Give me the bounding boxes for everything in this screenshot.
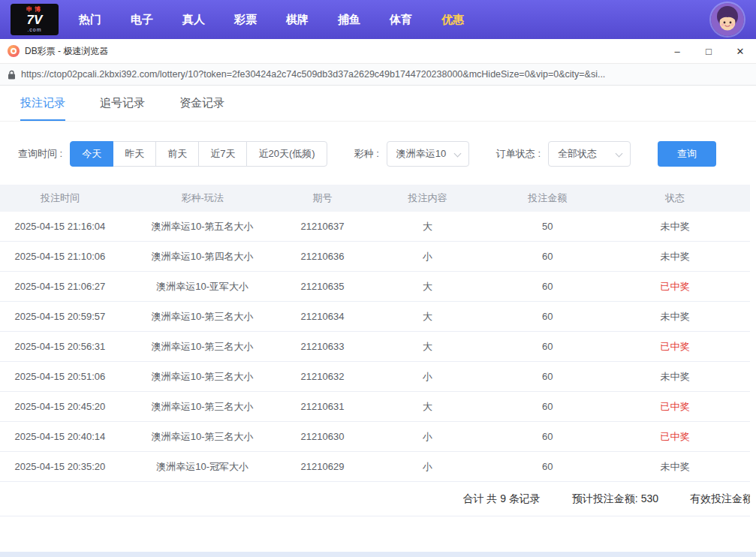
col-header-amount: 投注金额 xyxy=(495,191,600,205)
table-row: 2025-04-15 20:35:20 澳洲幸运10-冠军大小 21210629… xyxy=(0,452,750,482)
browser-urlbar: https://ctop02pcali.2kbxi392.com/lottery… xyxy=(0,64,756,86)
nav-item[interactable]: 电子 xyxy=(131,13,153,27)
cell-bet-amount: 50 xyxy=(495,221,600,232)
cell-issue-number: 21210634 xyxy=(285,311,360,322)
summary-row: 合计 共 9 条记录 预计投注金额: 530 有效投注金额 xyxy=(0,482,750,516)
cell-bet-content: 大 xyxy=(360,280,495,294)
nav-item[interactable]: 棋牌 xyxy=(286,13,309,27)
time-option-button[interactable]: 今天 xyxy=(70,141,113,167)
cell-game-playtype: 澳洲幸运10-第三名大小 xyxy=(120,370,285,384)
main-nav: 热门电子真人彩票棋牌捕鱼体育优惠 xyxy=(79,13,464,27)
time-range-group: 今天昨天前天近7天近20天(低频) xyxy=(70,141,327,167)
cell-bet-time: 2025-04-15 21:16:04 xyxy=(0,221,120,232)
cell-bet-content: 小 xyxy=(360,370,495,384)
time-option-button[interactable]: 近20天(低频) xyxy=(246,141,327,167)
cell-issue-number: 21210629 xyxy=(285,461,360,472)
cell-issue-number: 21210630 xyxy=(285,431,360,442)
cell-bet-amount: 60 xyxy=(495,461,600,472)
cell-bet-content: 小 xyxy=(360,430,495,444)
tab-bet-records[interactable]: 投注记录 xyxy=(20,86,65,121)
cell-game-playtype: 澳洲幸运10-第三名大小 xyxy=(120,400,285,414)
nav-item[interactable]: 真人 xyxy=(182,13,205,27)
cell-status: 未中奖 xyxy=(600,370,750,384)
cell-game-playtype: 澳洲幸运10-第五名大小 xyxy=(120,220,285,233)
cell-game-playtype: 澳洲幸运10-第三名大小 xyxy=(120,310,285,324)
maximize-button[interactable]: □ xyxy=(693,39,724,63)
cell-game-playtype: 澳洲幸运10-冠军大小 xyxy=(120,460,285,474)
cell-bet-time: 2025-04-15 21:06:27 xyxy=(0,281,120,292)
logo-brand-suffix: .com xyxy=(27,27,41,32)
cell-bet-time: 2025-04-15 21:10:06 xyxy=(0,251,120,262)
page-content: 投注记录 追号记录 资金记录 查询时间 : 今天昨天前天近7天近20天(低频) … xyxy=(0,86,756,552)
cell-bet-content: 小 xyxy=(360,250,495,263)
lock-icon[interactable] xyxy=(8,70,16,80)
cell-game-playtype: 澳洲幸运10-第四名大小 xyxy=(120,250,285,263)
lottery-filter-label: 彩种 : xyxy=(354,147,379,161)
bet-records-table: 投注时间 彩种-玩法 期号 投注内容 投注金额 状态 2025-04-15 21… xyxy=(0,185,750,516)
table-row: 2025-04-15 20:59:57 澳洲幸运10-第三名大小 2121063… xyxy=(0,302,750,332)
app-window: 申博 7V .com 热门电子真人彩票棋牌捕鱼体育优惠 DB彩票 - 极速浏览器… xyxy=(0,0,756,557)
table-row: 2025-04-15 21:16:04 澳洲幸运10-第五名大小 2121063… xyxy=(0,212,750,242)
cell-bet-content: 大 xyxy=(360,310,495,324)
browser-app-icon xyxy=(8,45,20,57)
table-row: 2025-04-15 21:06:27 澳洲幸运10-亚军大小 21210635… xyxy=(0,272,750,302)
cell-bet-content: 大 xyxy=(360,340,495,354)
cell-issue-number: 21210633 xyxy=(285,341,360,352)
close-button[interactable]: ✕ xyxy=(724,39,756,63)
lottery-select-value: 澳洲幸运10 xyxy=(396,147,446,161)
cell-bet-time: 2025-04-15 20:35:20 xyxy=(0,461,120,472)
cell-status: 已中奖 xyxy=(600,430,750,444)
site-top-nav: 申博 7V .com 热门电子真人彩票棋牌捕鱼体育优惠 xyxy=(0,0,756,39)
cell-status: 未中奖 xyxy=(600,310,750,324)
time-option-button[interactable]: 前天 xyxy=(155,141,199,167)
time-option-button[interactable]: 近7天 xyxy=(198,141,247,167)
nav-item[interactable]: 捕鱼 xyxy=(338,13,360,27)
filter-bar: 查询时间 : 今天昨天前天近7天近20天(低频) 彩种 : 澳洲幸运10 订单状… xyxy=(18,141,738,167)
user-avatar[interactable] xyxy=(711,3,744,36)
cell-bet-content: 大 xyxy=(360,400,495,414)
cell-game-playtype: 澳洲幸运10-第三名大小 xyxy=(120,430,285,444)
col-header-status: 状态 xyxy=(600,191,750,205)
tab-fund-records[interactable]: 资金记录 xyxy=(179,86,224,121)
cell-bet-amount: 60 xyxy=(495,341,600,352)
chevron-down-icon xyxy=(616,150,623,158)
cell-bet-amount: 60 xyxy=(495,281,600,292)
summary-expected-amount: 预计投注金额: 530 xyxy=(572,492,658,506)
chevron-down-icon xyxy=(453,150,461,158)
cell-bet-amount: 60 xyxy=(495,371,600,382)
cell-bet-content: 大 xyxy=(360,220,495,233)
nav-item[interactable]: 体育 xyxy=(390,13,412,27)
time-option-button[interactable]: 昨天 xyxy=(113,141,156,167)
search-button[interactable]: 查询 xyxy=(658,141,716,167)
window-controls: – □ ✕ xyxy=(661,39,756,63)
time-filter-label: 查询时间 : xyxy=(18,147,62,161)
cell-issue-number: 21210637 xyxy=(285,221,360,232)
avatar-illustration xyxy=(711,3,744,36)
cell-bet-time: 2025-04-15 20:56:31 xyxy=(0,341,120,352)
table-row: 2025-04-15 20:51:06 澳洲幸运10-第三名大小 2121063… xyxy=(0,362,750,392)
bottom-strip xyxy=(0,552,756,557)
cell-game-playtype: 澳洲幸运10-亚军大小 xyxy=(120,280,285,294)
col-header-game: 彩种-玩法 xyxy=(120,191,285,205)
cell-bet-time: 2025-04-15 20:59:57 xyxy=(0,311,120,322)
nav-item[interactable]: 优惠 xyxy=(441,13,464,27)
status-select[interactable]: 全部状态 xyxy=(548,141,631,167)
url-text[interactable]: https://ctop02pcali.2kbxi392.com/lottery… xyxy=(21,69,748,80)
cell-bet-content: 小 xyxy=(360,460,495,474)
tab-chase-records[interactable]: 追号记录 xyxy=(100,86,145,121)
logo-brand-main: 7V xyxy=(27,14,43,26)
cell-status: 已中奖 xyxy=(600,280,750,294)
record-tabs: 投注记录 追号记录 资金记录 xyxy=(0,86,756,122)
table-row: 2025-04-15 21:10:06 澳洲幸运10-第四名大小 2121063… xyxy=(0,242,750,272)
cell-bet-amount: 60 xyxy=(495,401,600,412)
cell-status: 已中奖 xyxy=(600,400,750,414)
cell-status: 未中奖 xyxy=(600,460,750,474)
lottery-select[interactable]: 澳洲幸运10 xyxy=(387,141,469,167)
minimize-button[interactable]: – xyxy=(661,39,693,63)
nav-item[interactable]: 热门 xyxy=(79,13,101,27)
cell-issue-number: 21210635 xyxy=(285,281,360,292)
cell-issue-number: 21210631 xyxy=(285,401,360,412)
nav-item[interactable]: 彩票 xyxy=(234,13,257,27)
cell-bet-time: 2025-04-15 20:45:20 xyxy=(0,401,120,412)
site-logo[interactable]: 申博 7V .com xyxy=(11,4,59,35)
